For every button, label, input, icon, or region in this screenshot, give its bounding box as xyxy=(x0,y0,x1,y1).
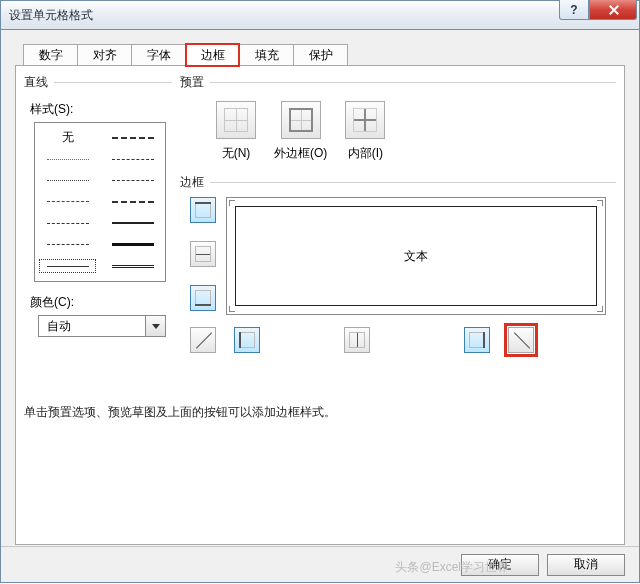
line-header: 直线 xyxy=(24,74,48,91)
line-style-option[interactable] xyxy=(39,238,96,252)
close-button[interactable] xyxy=(589,0,637,20)
tab-保护[interactable]: 保护 xyxy=(293,44,348,66)
border-top-button[interactable] xyxy=(190,197,216,223)
line-style-option[interactable] xyxy=(104,152,161,166)
line-style-option[interactable] xyxy=(104,259,161,273)
divider xyxy=(210,82,616,83)
line-style-option[interactable] xyxy=(104,238,161,252)
border-header: 边框 xyxy=(180,174,204,191)
tab-panel-border: 直线 样式(S): 无 颜色(C): 自动 预置 无(N)外边框(O)内部(I)… xyxy=(15,65,625,545)
style-label: 样式(S): xyxy=(24,101,172,118)
tab-字体[interactable]: 字体 xyxy=(131,44,186,66)
preview-text: 文本 xyxy=(404,248,428,265)
color-dropdown-button[interactable] xyxy=(146,315,166,337)
title-bar: 设置单元格格式 ? xyxy=(0,0,640,30)
divider xyxy=(210,182,616,183)
border-bottom-button[interactable] xyxy=(190,285,216,311)
line-style-option[interactable] xyxy=(39,216,96,230)
line-style-option[interactable] xyxy=(39,152,96,166)
inside-icon xyxy=(353,108,377,132)
tab-填充[interactable]: 填充 xyxy=(239,44,294,66)
window-title: 设置单元格格式 xyxy=(9,7,93,24)
border-left-button[interactable] xyxy=(234,327,260,353)
line-style-option[interactable] xyxy=(104,131,161,145)
preset-outline-button[interactable] xyxy=(281,101,321,139)
border-preview[interactable]: 文本 xyxy=(226,197,606,315)
line-style-option[interactable] xyxy=(39,259,96,273)
tab-对齐[interactable]: 对齐 xyxy=(77,44,132,66)
border-section: 边框 文本 xyxy=(180,174,616,391)
cancel-button[interactable]: 取消 xyxy=(547,554,625,576)
grid4-icon xyxy=(224,108,248,132)
preset-grid4-button[interactable] xyxy=(216,101,256,139)
preset-label: 无(N) xyxy=(222,145,251,162)
hint-text: 单击预置选项、预览草图及上面的按钮可以添加边框样式。 xyxy=(24,404,336,421)
tab-strip: 数字对齐字体边框填充保护 xyxy=(23,44,347,67)
outline-icon xyxy=(289,108,313,132)
line-style-listbox[interactable]: 无 xyxy=(34,122,166,282)
dialog-footer: 确定 取消 xyxy=(1,546,639,582)
preset-label: 内部(I) xyxy=(348,145,383,162)
divider xyxy=(54,82,172,83)
window-buttons: ? xyxy=(559,0,637,20)
line-style-option[interactable]: 无 xyxy=(39,131,96,145)
line-style-option[interactable] xyxy=(104,174,161,188)
tab-边框[interactable]: 边框 xyxy=(185,43,240,67)
line-style-option[interactable] xyxy=(39,195,96,209)
line-style-option[interactable] xyxy=(104,195,161,209)
color-value: 自动 xyxy=(38,315,146,337)
border-diag-down-button[interactable] xyxy=(508,327,534,353)
chevron-down-icon xyxy=(152,324,160,329)
border-vertical-button[interactable] xyxy=(344,327,370,353)
line-section: 直线 样式(S): 无 颜色(C): 自动 xyxy=(24,74,172,384)
border-right-button[interactable] xyxy=(464,327,490,353)
tab-数字[interactable]: 数字 xyxy=(23,44,78,66)
color-label: 颜色(C): xyxy=(24,294,172,311)
border-diag-up-button[interactable] xyxy=(190,327,216,353)
line-style-option[interactable] xyxy=(39,174,96,188)
preset-inside-button[interactable] xyxy=(345,101,385,139)
preset-section: 预置 无(N)外边框(O)内部(I) xyxy=(180,74,616,162)
ok-button[interactable]: 确定 xyxy=(461,554,539,576)
line-style-option[interactable] xyxy=(104,216,161,230)
preset-label: 外边框(O) xyxy=(274,145,327,162)
dialog-body: 数字对齐字体边框填充保护 直线 样式(S): 无 颜色(C): 自动 预置 无(… xyxy=(0,30,640,583)
preset-header: 预置 xyxy=(180,74,204,91)
help-button[interactable]: ? xyxy=(559,0,589,20)
border-horizontal-button[interactable] xyxy=(190,241,216,267)
color-dropdown[interactable]: 自动 xyxy=(38,315,166,337)
